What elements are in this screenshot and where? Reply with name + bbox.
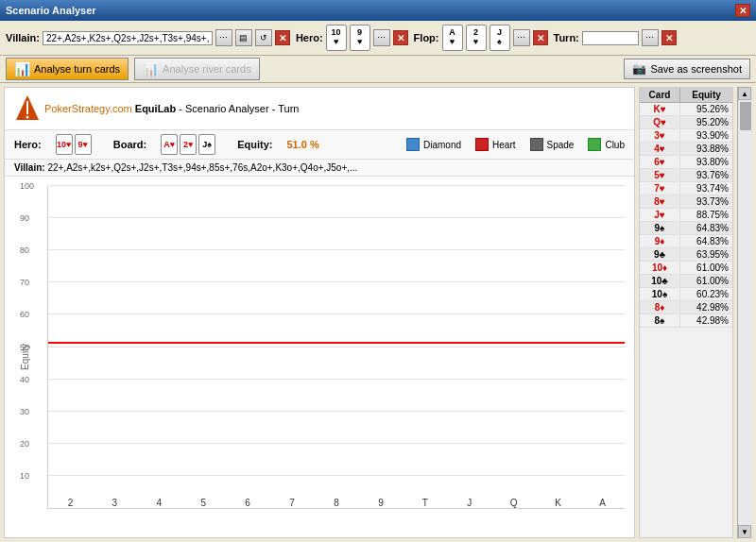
equity-row: 8♦ 42.98%	[640, 301, 732, 314]
bar-group-wrapper: 7	[270, 186, 315, 508]
flop-card1: A♥	[442, 25, 463, 51]
legend-diamond: Diamond	[406, 138, 461, 151]
eq-card-cell: J♥	[640, 209, 680, 221]
equity-row: 7♥ 93.74%	[640, 182, 732, 195]
eq-equity-cell: 95.20%	[680, 116, 732, 128]
turn-input[interactable]	[582, 31, 639, 45]
brand-text: PokerStrategy.com EquiLab - Scenario Ana…	[44, 103, 299, 114]
hero-cards-display: 10♥ 9♥	[56, 134, 92, 155]
flop-card2: 2♥	[466, 25, 487, 51]
equity-row: 9♦ 64.83%	[640, 235, 732, 248]
col-equity-header: Equity	[680, 88, 732, 102]
grid-label: 100	[20, 181, 34, 191]
camera-icon: 📷	[632, 62, 646, 76]
flop-edit-btn[interactable]: ⋯	[513, 29, 530, 46]
x-axis-label: K	[555, 498, 561, 508]
equity-row: 6♥ 93.80%	[640, 156, 732, 169]
hero-remove-btn[interactable]: ✕	[393, 30, 408, 45]
grid-label: 90	[20, 213, 29, 223]
turn-edit-btn[interactable]: ⋯	[642, 29, 659, 46]
equity-label: Equity:	[237, 139, 272, 150]
bar-group-wrapper: K	[536, 186, 580, 508]
equity-row: 3♥ 93.90%	[640, 129, 732, 143]
villain-input[interactable]	[43, 31, 213, 45]
eq-card-cell: 7♥	[640, 182, 680, 195]
grid-label: 60	[20, 310, 29, 319]
grid-label: 70	[20, 278, 29, 287]
svg-point-2	[26, 116, 29, 119]
legend-area: Diamond Heart Spade Club	[406, 138, 625, 151]
toolbar-row2: 📊 Analyse turn cards 📊 Analyse river car…	[0, 56, 756, 83]
eq-equity-cell: 93.88%	[680, 143, 732, 155]
turn-group: Turn: ⋯ ✕	[554, 29, 677, 46]
equity-row: 4♥ 93.88%	[640, 143, 732, 156]
scroll-up-btn[interactable]: ▲	[738, 87, 751, 100]
equity-rows[interactable]: K♥ 95.26% Q♥ 95.20% 3♥ 93.90% 4♥ 93.88% …	[640, 103, 732, 537]
scroll-thumb[interactable]	[740, 102, 751, 130]
bar-group-wrapper: 5	[181, 186, 226, 508]
eq-card-cell: 3♥	[640, 129, 680, 142]
equity-row: 10♠ 60.23%	[640, 288, 732, 301]
equity-row: 9♣ 63.95%	[640, 248, 732, 262]
bar-group-wrapper: T	[403, 186, 447, 508]
equity-row: 8♠ 42.98%	[640, 314, 732, 328]
hero-card2: 9♥	[350, 25, 370, 51]
villain-range-btn[interactable]: ▤	[235, 29, 252, 46]
board-card1: A♥	[161, 134, 178, 155]
chart-body: Equity 10203040506070809010023456789TJQK…	[5, 177, 634, 537]
equity-row: J♥ 88.75%	[640, 209, 732, 222]
hero-edit-btn[interactable]: ⋯	[373, 29, 390, 46]
x-axis-label: 4	[157, 498, 163, 508]
board-card3: J♠	[198, 134, 215, 155]
scrollbar[interactable]: ▲ ▼	[737, 87, 752, 538]
eq-card-cell: 8♥	[640, 195, 680, 208]
villain-label: Villain:	[6, 32, 40, 43]
equity-row: 10♦ 61.00%	[640, 262, 732, 275]
eq-card-cell: 9♠	[640, 222, 680, 234]
bar-groups-container: 23456789TJQKA	[48, 186, 625, 508]
eq-card-cell: 6♥	[640, 156, 680, 168]
eq-equity-cell: 93.74%	[680, 182, 732, 195]
eq-equity-cell: 60.23%	[680, 288, 732, 300]
eq-equity-cell: 93.73%	[680, 195, 732, 208]
hero-card-display2: 9♥	[75, 134, 92, 155]
close-button[interactable]: ✕	[735, 4, 750, 17]
scroll-down-btn[interactable]: ▼	[738, 525, 751, 538]
bar-group-wrapper: 8	[315, 186, 359, 508]
equity-value: 51.0 %	[286, 139, 318, 150]
club-label: Club	[605, 140, 625, 150]
chart-header: PokerStrategy.com EquiLab - Scenario Ana…	[5, 88, 634, 130]
x-axis-label: 5	[200, 498, 206, 508]
chart-board-label: Board:	[113, 139, 146, 150]
x-axis-label: A	[599, 498, 606, 508]
scroll-track	[738, 100, 752, 525]
x-axis-label: 7	[289, 498, 295, 508]
eq-card-cell: 10♣	[640, 275, 680, 287]
chart-panel: PokerStrategy.com EquiLab - Scenario Ana…	[4, 87, 635, 538]
eq-equity-cell: 93.80%	[680, 156, 732, 168]
villain-edit-btn[interactable]: ⋯	[215, 29, 232, 46]
diamond-legend-box	[406, 138, 420, 151]
chart-icon2: 📊	[143, 61, 159, 76]
equity-row: 5♥ 93.76%	[640, 169, 732, 182]
turn-remove-btn[interactable]: ✕	[662, 30, 677, 45]
villain-clear-btn[interactable]: ↺	[255, 29, 272, 46]
turn-label: Turn:	[554, 32, 579, 43]
bar-group-wrapper: Q	[491, 186, 536, 508]
logo-icon	[14, 93, 41, 124]
save-screenshot-btn[interactable]: 📷 Save as screenshot	[624, 59, 750, 79]
eq-equity-cell: 61.00%	[680, 275, 732, 287]
villain-remove-btn[interactable]: ✕	[275, 30, 290, 45]
equilab-label: EquiLab	[135, 103, 176, 114]
bar-group-wrapper: 4	[137, 186, 181, 508]
eq-equity-cell: 63.95%	[680, 248, 732, 261]
hero-label: Hero:	[296, 32, 323, 43]
flop-remove-btn[interactable]: ✕	[533, 30, 548, 45]
heart-label: Heart	[492, 140, 515, 150]
equity-row: 10♣ 61.00%	[640, 275, 732, 288]
hero-card1: 10♥	[326, 25, 347, 51]
x-axis-label: T	[422, 498, 428, 508]
analyse-river-btn[interactable]: 📊 Analyse river cards	[134, 58, 260, 80]
analyse-turn-btn[interactable]: 📊 Analyse turn cards	[6, 58, 129, 80]
eq-card-cell: 9♣	[640, 248, 680, 261]
